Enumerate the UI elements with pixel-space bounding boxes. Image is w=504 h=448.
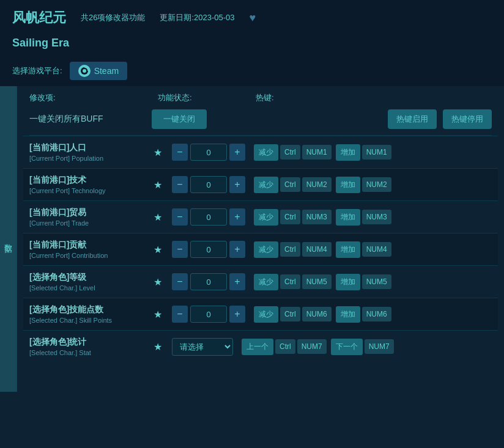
- num-input[interactable]: [190, 208, 227, 226]
- decrease-button[interactable]: 减少: [254, 306, 278, 323]
- mod-label-en: [Current Port] Population: [29, 155, 149, 162]
- plus-button[interactable]: +: [229, 144, 245, 161]
- increase-button[interactable]: 增加: [336, 306, 360, 323]
- decrease-button[interactable]: 减少: [254, 241, 278, 258]
- num-key2-button[interactable]: NUM4: [362, 242, 391, 257]
- increase-button[interactable]: 增加: [336, 274, 360, 290]
- decrease-button[interactable]: 减少: [254, 209, 278, 226]
- num-input[interactable]: [190, 241, 227, 258]
- mod-label-area: [当前港口]人口 [Current Port] Population: [29, 142, 149, 162]
- top-mod-name: 一键关闭所有BUFF: [29, 114, 146, 125]
- num-key1-button[interactable]: NUM6: [302, 307, 332, 321]
- prev-button[interactable]: 上一个: [242, 339, 273, 355]
- title-cn: 风帆纪元: [12, 9, 66, 27]
- mod-label-area: [当前港口]贸易 [Current Port] Trade: [29, 207, 149, 227]
- ctrl-key-button[interactable]: Ctrl: [280, 274, 300, 289]
- num-control: − +: [172, 176, 245, 193]
- num-key2-button[interactable]: NUM7: [365, 339, 394, 354]
- hotkey-enable-button[interactable]: 热键启用: [388, 109, 437, 129]
- num-key1-button[interactable]: NUM1: [302, 145, 332, 160]
- mod-label-cn: [选择角色]等级: [29, 272, 149, 283]
- star-button[interactable]: ★: [154, 309, 162, 320]
- header: 风帆纪元 共26项修改器功能 更新日期:2023-05-03 ♥: [0, 0, 504, 33]
- num-key2-button[interactable]: NUM1: [362, 145, 391, 160]
- mod-label-area: [当前港口]技术 [Current Port] Technology: [29, 175, 149, 194]
- steam-label: Steam: [94, 66, 119, 76]
- num-key1-button[interactable]: NUM7: [297, 339, 327, 354]
- increase-button[interactable]: 增加: [336, 209, 360, 226]
- num-input[interactable]: [190, 176, 227, 193]
- minus-button[interactable]: −: [172, 176, 188, 193]
- main-container: 风帆纪元 共26项修改器功能 更新日期:2023-05-03 ♥ Sailing…: [0, 0, 504, 448]
- steam-button[interactable]: Steam: [70, 62, 127, 80]
- minus-button[interactable]: −: [172, 208, 188, 226]
- star-button[interactable]: ★: [154, 147, 162, 158]
- plus-button[interactable]: +: [229, 273, 245, 290]
- decrease-button[interactable]: 减少: [254, 274, 278, 290]
- star-button[interactable]: ★: [154, 211, 162, 223]
- heart-icon[interactable]: ♥: [250, 12, 256, 24]
- num-input[interactable]: [190, 273, 227, 290]
- star-button[interactable]: ★: [154, 341, 162, 353]
- hotkey-group: 减少 Ctrl NUM1 增加 NUM1: [254, 144, 391, 161]
- num-key1-button[interactable]: NUM4: [302, 242, 332, 257]
- num-key2-button[interactable]: NUM3: [362, 210, 391, 224]
- minus-button[interactable]: −: [172, 273, 188, 290]
- plus-button[interactable]: +: [229, 208, 245, 226]
- toggle-close-button[interactable]: 一键关闭: [152, 109, 207, 129]
- num-key1-button[interactable]: NUM2: [302, 177, 332, 192]
- decrease-button[interactable]: 减少: [254, 177, 278, 193]
- num-control: − +: [172, 273, 245, 290]
- hotkey-disable-button[interactable]: 热键停用: [443, 109, 492, 129]
- num-key2-button[interactable]: NUM5: [362, 274, 391, 289]
- num-control: − +: [172, 306, 245, 323]
- increase-button[interactable]: 增加: [336, 144, 360, 161]
- ctrl-key-button[interactable]: Ctrl: [280, 145, 300, 160]
- ctrl-key-button[interactable]: Ctrl: [280, 242, 300, 257]
- decrease-button[interactable]: 减少: [254, 144, 278, 161]
- ctrl-key-button[interactable]: Ctrl: [280, 177, 300, 192]
- minus-button[interactable]: −: [172, 306, 188, 323]
- num-control: − +: [172, 241, 245, 258]
- increase-button[interactable]: 增加: [336, 177, 360, 193]
- num-input[interactable]: [190, 306, 227, 323]
- star-button[interactable]: ★: [154, 244, 162, 255]
- ctrl-key-button[interactable]: Ctrl: [275, 339, 295, 354]
- mod-label-en: [Selected Char.] Skill Points: [29, 317, 149, 324]
- ctrl-key-button[interactable]: Ctrl: [280, 307, 300, 321]
- minus-button[interactable]: −: [172, 144, 188, 161]
- hotkey-group: 减少 Ctrl NUM5 增加 NUM5: [254, 274, 391, 290]
- ctrl-key-button[interactable]: Ctrl: [280, 210, 300, 224]
- stat-select[interactable]: 请选择: [172, 338, 233, 356]
- side-tab[interactable]: 数据: [0, 86, 17, 392]
- plus-button[interactable]: +: [229, 306, 245, 323]
- hotkey-group: 上一个 Ctrl NUM7 下一个 NUM7: [242, 339, 394, 355]
- num-key2-button[interactable]: NUM6: [362, 307, 391, 321]
- minus-button[interactable]: −: [172, 241, 188, 258]
- header-date: 更新日期:2023-05-03: [160, 12, 234, 23]
- mod-row: [当前港口]贡献 [Current Port] Contribution ★ −…: [23, 233, 498, 265]
- increase-button[interactable]: 增加: [336, 241, 360, 258]
- mod-rows-container: [当前港口]人口 [Current Port] Population ★ − +…: [23, 136, 498, 362]
- star-button[interactable]: ★: [154, 276, 162, 288]
- mod-label-en: [Selected Char.] Stat: [29, 349, 149, 356]
- mod-label-cn: [选择角色]统计: [29, 337, 149, 348]
- mod-label-area: [选择角色]统计 [Selected Char.] Stat: [29, 337, 149, 356]
- mod-row: [选择角色]统计 [Selected Char.] Stat ★ 请选择 上一个…: [23, 330, 498, 362]
- num-control: − +: [172, 144, 245, 161]
- num-key1-button[interactable]: NUM3: [302, 210, 332, 224]
- content-area: 数据 修改项: 功能状态: 热键: 一键关闭所有BUFF 一键关闭 热键启用 热…: [0, 86, 504, 392]
- mod-label-en: [Current Port] Trade: [29, 219, 149, 227]
- next-button[interactable]: 下一个: [331, 339, 363, 355]
- star-button[interactable]: ★: [154, 179, 162, 191]
- subtitle: Sailing Era: [0, 33, 504, 56]
- num-key1-button[interactable]: NUM5: [302, 274, 332, 289]
- plus-button[interactable]: +: [229, 176, 245, 193]
- hotkey-group: 减少 Ctrl NUM2 增加 NUM2: [254, 177, 391, 193]
- col-header-status: 功能状态:: [158, 92, 256, 103]
- num-key2-button[interactable]: NUM2: [362, 177, 391, 192]
- mod-label-cn: [当前港口]技术: [29, 175, 149, 186]
- mod-label-cn: [选择角色]技能点数: [29, 304, 149, 315]
- plus-button[interactable]: +: [229, 241, 245, 258]
- num-input[interactable]: [190, 144, 227, 161]
